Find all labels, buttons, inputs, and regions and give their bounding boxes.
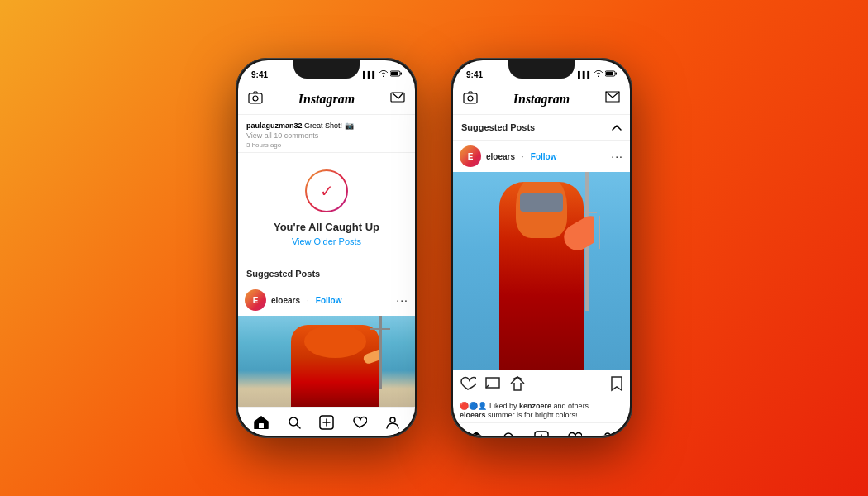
follow-button-right[interactable]: Follow <box>531 152 557 161</box>
caught-up-section: ✓ You're All Caught Up View Older Posts <box>238 153 415 260</box>
camera-icon-right[interactable] <box>463 91 478 107</box>
post-username-left[interactable]: eloears <box>271 296 300 305</box>
nav-heart-left[interactable] <box>352 416 367 429</box>
post-action-left <box>460 376 526 394</box>
comment-button-right[interactable] <box>484 376 501 394</box>
liked-by-label: Liked by <box>489 402 517 410</box>
avatar-left[interactable]: E <box>245 289 266 311</box>
nav-search-left[interactable] <box>288 416 301 429</box>
nav-profile-right[interactable] <box>601 432 614 436</box>
right-phone: 9:41 ▌▌▌ Instagram Suggested P <box>451 58 632 438</box>
fashion-photo <box>453 172 630 370</box>
signal-icon: ▌▌▌ <box>363 71 377 79</box>
suggested-posts-header-right: Suggested Posts <box>461 122 535 132</box>
caught-up-title: You're All Caught Up <box>274 221 379 233</box>
post-user-row-left: E eloears · Follow ··· <box>238 284 415 316</box>
battery-icon-right <box>605 70 617 79</box>
nav-profile-left[interactable] <box>386 416 399 429</box>
ig-header-title-right: Instagram <box>513 92 570 107</box>
liked-emoji: 🔴🔵👤 <box>460 402 487 410</box>
liked-by-user[interactable]: kenzoere <box>519 402 551 410</box>
chevron-up-icon[interactable] <box>612 122 622 133</box>
comment-line: paulaguzman32 Great Shot! 📷 <box>246 122 407 130</box>
status-time-right: 9:41 <box>466 70 483 79</box>
like-button-right[interactable] <box>460 376 476 394</box>
post-info-right: 🔴🔵👤 Liked by kenzoere and others eloears… <box>453 400 630 422</box>
status-icons-left: ▌▌▌ <box>363 70 402 79</box>
phone-notch <box>293 60 360 79</box>
left-phone: 9:41 ▌▌▌ Instagram pa <box>236 58 417 438</box>
nav-search-right[interactable] <box>503 432 516 436</box>
post-username-right[interactable]: eloears <box>486 152 515 161</box>
more-options-right[interactable]: ··· <box>611 150 623 163</box>
post-caption: eloears summer is for bright colors! <box>460 411 623 419</box>
svg-rect-2 <box>391 72 398 75</box>
status-time-left: 9:41 <box>251 70 268 79</box>
post-user-info-right: E eloears · Follow <box>460 145 556 167</box>
follow-button-left[interactable]: Follow <box>316 296 342 305</box>
wifi-icon <box>379 70 388 79</box>
bookmark-button-right[interactable] <box>610 375 623 395</box>
phone-notch-right <box>508 60 575 79</box>
svg-rect-14 <box>606 72 613 75</box>
ig-header-right: Instagram <box>453 83 630 115</box>
dm-icon[interactable] <box>390 91 405 107</box>
view-all-comments[interactable]: View all 10 comments <box>246 131 407 140</box>
svg-rect-5 <box>259 423 264 428</box>
suggested-header-right: Suggested Posts <box>453 115 630 141</box>
svg-point-11 <box>390 417 395 422</box>
caught-up-circle: ✓ <box>305 169 348 212</box>
comment-text: Great Shot! 📷 <box>304 122 354 130</box>
bottom-nav-left <box>238 407 415 436</box>
avatar-right[interactable]: E <box>460 145 481 167</box>
svg-rect-1 <box>401 73 403 75</box>
dm-icon-right[interactable] <box>605 91 620 107</box>
svg-rect-15 <box>464 93 477 103</box>
svg-point-18 <box>504 433 513 436</box>
nav-home-right[interactable] <box>469 432 484 436</box>
status-icons-right: ▌▌▌ <box>578 70 617 79</box>
dot-separator-right: · <box>522 152 524 161</box>
nav-add-left[interactable] <box>319 415 334 430</box>
svg-point-4 <box>253 96 258 101</box>
post-actions-right <box>453 370 630 400</box>
svg-rect-13 <box>616 73 618 75</box>
ig-header-left: Instagram <box>238 83 415 115</box>
svg-line-7 <box>297 425 300 428</box>
dot-separator-left: · <box>307 296 309 305</box>
wifi-icon-right <box>594 70 603 79</box>
post-image-left <box>238 316 415 407</box>
caption-text: summer is for bright colors! <box>488 411 578 419</box>
svg-rect-3 <box>249 93 262 103</box>
suggested-posts-header-left: Suggested Posts <box>238 260 415 284</box>
view-older-posts[interactable]: View Older Posts <box>292 236 361 246</box>
checkmark-icon: ✓ <box>320 181 334 201</box>
caption-username[interactable]: eloears <box>460 411 486 419</box>
nav-home-left[interactable] <box>254 416 269 429</box>
post-user-row-right: E eloears · Follow ··· <box>453 141 630 172</box>
camera-icon[interactable] <box>248 91 263 107</box>
svg-point-16 <box>468 96 473 101</box>
nav-heart-right[interactable] <box>567 432 582 436</box>
signal-icon-right: ▌▌▌ <box>578 71 592 79</box>
battery-icon <box>390 70 402 79</box>
share-button-right[interactable] <box>509 376 526 394</box>
more-options-left[interactable]: ··· <box>396 293 408 307</box>
bottom-nav-right <box>453 422 630 436</box>
liked-by-text: Liked by kenzoere and others <box>489 402 589 410</box>
post-user-info-left: E eloears · Follow <box>245 289 341 311</box>
comment-section: paulaguzman32 Great Shot! 📷 View all 10 … <box>238 115 415 153</box>
comment-username: paulaguzman32 <box>246 122 303 130</box>
svg-point-23 <box>605 433 610 436</box>
ig-header-title-left: Instagram <box>298 92 355 107</box>
time-ago: 3 hours ago <box>246 141 407 149</box>
liked-by-emojis: 🔴🔵👤 Liked by kenzoere and others <box>460 402 623 410</box>
nav-add-right[interactable] <box>534 431 549 436</box>
liked-by-others: and others <box>554 402 589 410</box>
